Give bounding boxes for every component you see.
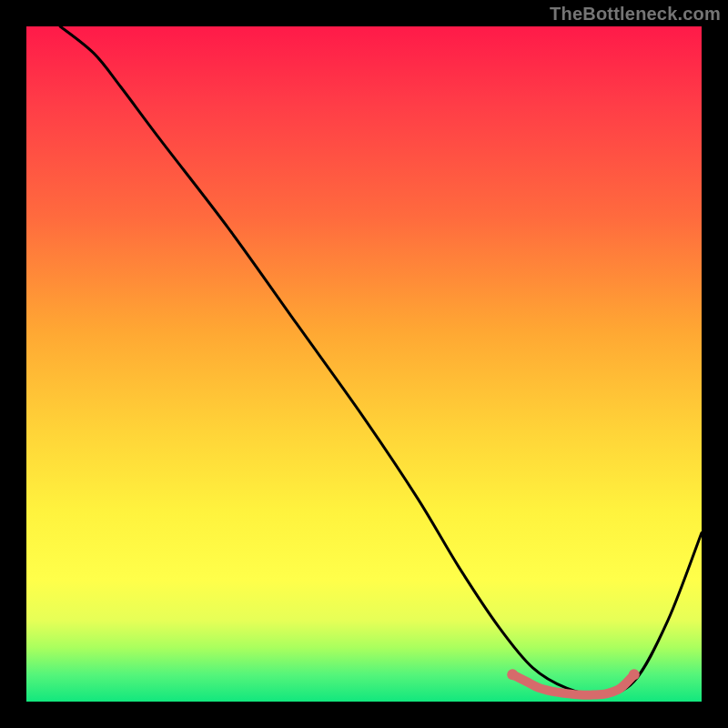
curve-layer — [26, 26, 702, 702]
optimum-endpoint — [629, 669, 640, 680]
chart-container: TheBottleneck.com — [0, 0, 728, 728]
attribution-text: TheBottleneck.com — [550, 4, 721, 25]
plot-area — [26, 26, 702, 702]
optimum-endpoint — [507, 669, 518, 680]
bottleneck-curve — [60, 26, 702, 695]
optimum-band — [512, 674, 634, 694]
